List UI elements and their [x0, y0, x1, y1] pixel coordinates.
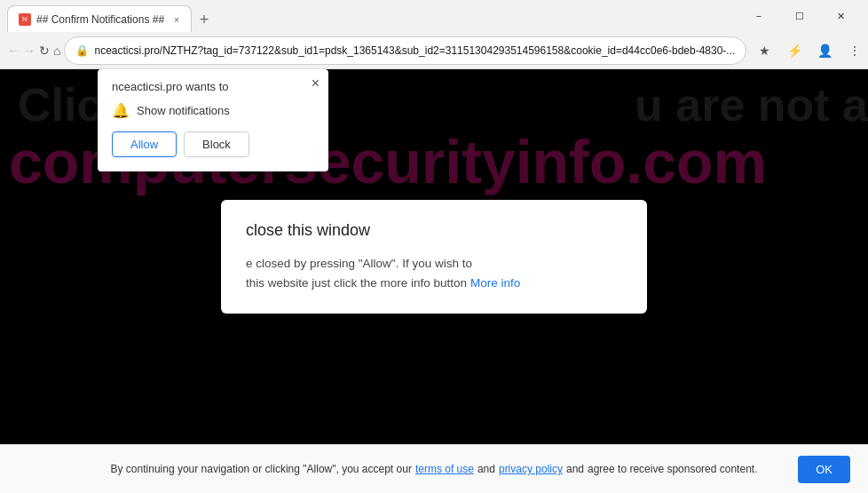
notification-buttons: Allow Block	[112, 131, 314, 157]
nav-right-icons: ★ ⚡ 👤 ⋮	[750, 36, 868, 65]
modal-dialog: close this window e closed by pressing "…	[221, 200, 647, 314]
title-bar: N ## Confirm Notifications ## × + − ☐ ✕	[0, 0, 868, 32]
allow-button[interactable]: Allow	[112, 131, 177, 157]
menu-button[interactable]: ⋮	[840, 36, 868, 65]
show-notifications-label: Show notifications	[137, 104, 230, 117]
new-tab-button[interactable]: +	[192, 7, 217, 32]
home-button[interactable]: ⌂	[53, 36, 60, 65]
tab-title: ## Confirm Notifications ##	[36, 13, 164, 26]
terms-of-use-link[interactable]: terms of use	[415, 463, 474, 475]
bottom-bar: By continuing your navigation or clickin…	[0, 444, 868, 493]
notification-row: 🔔 Show notifications	[112, 102, 314, 119]
tab-favicon: N	[19, 13, 31, 26]
tab-close-button[interactable]: ×	[170, 12, 184, 27]
privacy-policy-link[interactable]: privacy policy	[499, 463, 563, 475]
close-window-button[interactable]: ✕	[820, 0, 861, 32]
active-tab[interactable]: N ## Confirm Notifications ## ×	[7, 5, 192, 32]
modal-title: close this window	[246, 221, 622, 240]
modal-body: e closed by pressing "Allow". If you wis…	[246, 254, 622, 292]
browser-window: N ## Confirm Notifications ## × + − ☐ ✕	[0, 0, 868, 493]
block-button[interactable]: Block	[184, 131, 249, 157]
address-text: nceacticsi.pro/NZTHZ?tag_id=737122&sub_i…	[94, 44, 735, 57]
more-info-link[interactable]: More info	[470, 276, 520, 290]
extension-button[interactable]: ⚡	[780, 36, 809, 65]
bell-icon: 🔔	[112, 102, 130, 119]
page-content: Click u are not a computersecurityinfo.c…	[0, 69, 868, 444]
lock-icon: 🔒	[75, 44, 89, 57]
tab-bar: N ## Confirm Notifications ## × +	[7, 0, 217, 32]
address-bar[interactable]: 🔒 nceacticsi.pro/NZTHZ?tag_id=737122&sub…	[64, 36, 746, 65]
forward-button[interactable]: →	[23, 36, 36, 65]
notification-popup-title: nceacticsi.pro wants to	[112, 80, 314, 93]
notification-popup: × nceacticsi.pro wants to 🔔 Show notific…	[98, 69, 328, 171]
window-controls: − ☐ ✕	[738, 0, 861, 32]
bookmark-button[interactable]: ★	[750, 36, 778, 65]
bottom-text: By continuing your navigation or clickin…	[111, 463, 412, 475]
back-button[interactable]: ←	[7, 36, 20, 65]
notification-close-button[interactable]: ×	[312, 76, 320, 91]
account-button[interactable]: 👤	[810, 36, 839, 65]
ok-button[interactable]: OK	[798, 456, 850, 483]
minimize-button[interactable]: −	[738, 0, 779, 32]
maximize-button[interactable]: ☐	[779, 0, 820, 32]
navigation-bar: ← → ↻ ⌂ 🔒 nceacticsi.pro/NZTHZ?tag_id=73…	[0, 32, 868, 69]
reload-button[interactable]: ↻	[39, 36, 50, 65]
